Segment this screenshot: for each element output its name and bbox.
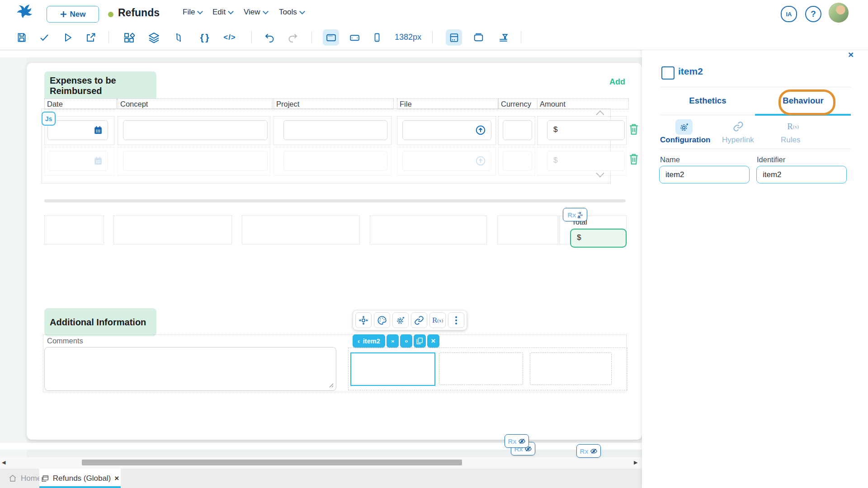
- device-phone-icon[interactable]: [369, 29, 385, 46]
- resize-grip-icon[interactable]: [329, 383, 334, 388]
- panel-title: item2: [678, 66, 703, 77]
- delete-row-icon[interactable]: [629, 153, 639, 165]
- file-input[interactable]: [402, 120, 491, 140]
- name-label: Name: [660, 155, 680, 164]
- device-tablet-icon[interactable]: [346, 29, 363, 46]
- source-code-icon[interactable]: </>: [222, 29, 238, 46]
- upload-icon[interactable]: [475, 125, 486, 136]
- tab-home[interactable]: Home: [8, 469, 41, 488]
- chevron-down-icon: [228, 9, 234, 14]
- menu-edit[interactable]: Edit: [212, 8, 233, 17]
- code-view-icon[interactable]: ‹›: [400, 334, 412, 347]
- device-desktop-icon[interactable]: [323, 29, 339, 46]
- calendar-icon[interactable]: [93, 125, 103, 135]
- layers-icon[interactable]: [146, 29, 162, 46]
- empty-cell[interactable]: [370, 216, 487, 244]
- configuration-gear-icon[interactable]: [675, 119, 693, 135]
- subtab-rules[interactable]: Rules: [781, 136, 800, 145]
- tab-esthetics[interactable]: Esthetics: [660, 96, 755, 106]
- add-row-link[interactable]: Add: [595, 77, 625, 87]
- undo-icon[interactable]: [261, 29, 278, 46]
- hidden-rule-badge[interactable]: Rx: [505, 434, 529, 448]
- empty-cell[interactable]: [497, 216, 558, 244]
- more-kebab-icon[interactable]: [448, 312, 464, 328]
- validate-icon[interactable]: [36, 29, 52, 46]
- column-header-project: Project: [274, 99, 394, 109]
- app-logo-icon[interactable]: [14, 4, 34, 22]
- canvas-left-gutter: [0, 50, 27, 458]
- currency-prefix: $: [577, 233, 581, 242]
- ghost-file-input: [402, 151, 491, 171]
- selection-toolbar: ‹ item2 ›‹ ‹› ×: [353, 334, 439, 347]
- settings-gear-icon[interactable]: [392, 312, 409, 328]
- move-icon[interactable]: [355, 312, 372, 328]
- subtab-hyperlink[interactable]: Hyperlink: [722, 136, 754, 145]
- esthetics-palette-icon[interactable]: [374, 312, 390, 328]
- hscroll-thumb[interactable]: [82, 460, 462, 465]
- menu-file[interactable]: File: [183, 8, 202, 17]
- project-input[interactable]: [283, 120, 387, 140]
- currency-input[interactable]: [503, 120, 532, 140]
- empty-cell[interactable]: [242, 216, 360, 244]
- empty-cell[interactable]: [44, 216, 104, 244]
- filter-icon[interactable]: [495, 29, 511, 46]
- collapse-columns-icon[interactable]: ›‹: [387, 334, 399, 347]
- currency-prefix: $: [553, 156, 557, 165]
- publish-icon[interactable]: [83, 29, 99, 46]
- redo-icon[interactable]: [285, 29, 301, 46]
- delete-selection-icon[interactable]: ×: [427, 334, 439, 347]
- empty-cell[interactable]: [113, 216, 232, 244]
- chevron-down-icon: [198, 9, 203, 14]
- preview-play-icon[interactable]: [60, 29, 76, 46]
- tab-refunds-global[interactable]: Refunds (Global) ×: [39, 469, 121, 488]
- amount-input[interactable]: $: [547, 120, 625, 140]
- select-parent-button[interactable]: ‹ item2: [353, 334, 385, 347]
- eye-slash-icon: [590, 447, 598, 455]
- datasource-icon[interactable]: [446, 29, 462, 46]
- hyperlink-icon[interactable]: [411, 312, 427, 328]
- new-button[interactable]: New: [47, 6, 99, 23]
- ghost-currency-input: [503, 151, 532, 171]
- save-icon[interactable]: [14, 29, 30, 46]
- chevron-down-icon: [299, 9, 305, 14]
- item2-checkbox[interactable]: [661, 66, 675, 80]
- rules-rx-icon[interactable]: R(x): [429, 312, 446, 328]
- expenses-section-header[interactable]: Expenses to be Reimbursed: [44, 71, 156, 100]
- total-input[interactable]: $: [570, 229, 627, 248]
- duplicate-icon[interactable]: [414, 334, 426, 347]
- comments-label: Comments: [47, 337, 83, 345]
- panel-close-icon[interactable]: ×: [848, 49, 854, 60]
- rules-rx-icon[interactable]: R(x): [785, 119, 801, 134]
- delete-row-icon[interactable]: [629, 123, 639, 135]
- subtab-configuration[interactable]: Configuration: [660, 136, 710, 145]
- column-header-currency: Currency: [498, 99, 538, 109]
- comments-textarea[interactable]: [44, 347, 336, 391]
- tab-close-icon[interactable]: ×: [114, 474, 119, 483]
- menu-tools[interactable]: Tools: [279, 8, 304, 17]
- date-input[interactable]: [47, 120, 108, 140]
- layout-box[interactable]: [439, 352, 523, 385]
- column-header-date: Date: [44, 99, 117, 109]
- item2-selected-box[interactable]: [350, 352, 435, 386]
- concept-input[interactable]: [123, 120, 268, 140]
- user-avatar[interactable]: [829, 3, 849, 23]
- ia-badge[interactable]: IA: [781, 6, 797, 22]
- menu-view[interactable]: View: [244, 8, 268, 17]
- flow-icon[interactable]: [170, 29, 187, 46]
- layout-box[interactable]: [530, 352, 612, 385]
- additional-section-header[interactable]: Additional Information: [44, 308, 156, 336]
- toolbar-divider: [251, 31, 252, 43]
- hidden-rule-badge[interactable]: Rx: [576, 444, 601, 458]
- formula-badge[interactable]: Rx -xa″: [563, 208, 587, 221]
- name-input[interactable]: [659, 166, 750, 183]
- js-rule-badge[interactable]: Js: [42, 112, 56, 126]
- chevron-down-icon: [263, 9, 269, 14]
- container-icon[interactable]: [470, 29, 486, 46]
- identifier-input[interactable]: [756, 166, 847, 183]
- components-icon[interactable]: [121, 29, 137, 46]
- scroll-left-arrow[interactable]: ◀: [2, 460, 5, 465]
- scroll-right-arrow[interactable]: ▶: [634, 460, 637, 465]
- help-button[interactable]: ?: [805, 6, 821, 22]
- expressions-icon[interactable]: { }: [197, 29, 213, 46]
- hyperlink-icon[interactable]: [731, 119, 745, 134]
